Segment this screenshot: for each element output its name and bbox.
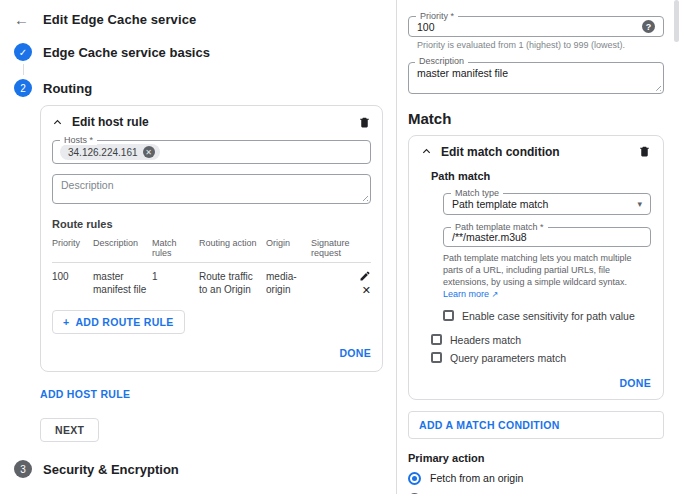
route-rule-row: 100 master manifest file 1 Route traffic… [52, 263, 371, 300]
host-rule-header: Edit host rule [52, 115, 371, 129]
hosts-field[interactable]: Hosts * 34.126.224.161 ✕ [52, 140, 371, 164]
path-template-helper-text: Path template matching lets you match mu… [443, 252, 651, 301]
remove-route-rule-close-icon[interactable]: ✕ [362, 285, 371, 296]
external-link-icon: ↗ [492, 290, 499, 299]
step-routing-number: 2 [14, 79, 32, 97]
path-template-label: Path template match * [451, 222, 548, 232]
step-done-check-icon: ✓ [14, 43, 32, 61]
route-rules-label: Route rules [52, 218, 371, 230]
path-template-field[interactable]: Path template match * [443, 227, 651, 247]
delete-match-condition-trash-icon[interactable] [638, 145, 651, 158]
primary-action-label: Primary action [408, 452, 664, 464]
hosts-field-label: Hosts * [60, 135, 97, 145]
cell-match-rules: 1 [152, 270, 194, 283]
edit-service-panel: ← Edit Edge Cache service ✓ Edge Cache s… [0, 0, 397, 494]
column-header-signature-request: Signature request [311, 238, 350, 258]
page-title: Edit Edge Cache service [43, 12, 196, 27]
match-condition-done-row: DONE [421, 377, 651, 389]
query-params-checkbox[interactable] [431, 352, 442, 363]
priority-helper-text: Priority is evaluated from 1 (highest) t… [417, 40, 664, 52]
fetch-origin-radio[interactable] [408, 472, 421, 485]
step-routing[interactable]: 2 Routing [14, 79, 382, 97]
step-routing-label: Routing [43, 81, 92, 96]
column-header-description: Description [93, 238, 147, 248]
description-wrap: Description master manifest file [408, 62, 664, 96]
add-host-rule-button[interactable]: ADD HOST RULE [40, 388, 382, 400]
match-condition-done-button[interactable]: DONE [619, 377, 651, 389]
cell-priority: 100 [52, 270, 88, 283]
column-header-origin: Origin [266, 238, 306, 248]
add-route-rule-label: ADD ROUTE RULE [75, 316, 173, 328]
match-type-select[interactable]: Match type Path template match ▾ [443, 193, 651, 215]
back-arrow-icon[interactable]: ← [14, 12, 29, 27]
cell-routing-action: Route traffic to an Origin [199, 270, 261, 296]
description-field-label: Description [415, 56, 468, 66]
path-template-helper: Path template matching lets you match mu… [443, 253, 632, 287]
page-header: ← Edit Edge Cache service [14, 10, 382, 39]
match-condition-header: Edit match condition [421, 145, 651, 159]
step-connector [23, 64, 24, 75]
edit-route-rule-pencil-icon[interactable] [359, 270, 371, 282]
priority-input[interactable] [417, 21, 642, 33]
priority-field-label: Priority * [416, 11, 458, 21]
match-heading: Match [408, 110, 664, 127]
headers-match-checkbox[interactable] [431, 334, 442, 345]
query-params-label: Query parameters match [450, 352, 566, 364]
column-header-priority: Priority [52, 238, 88, 248]
case-sensitivity-row: Enable case sensitivity for path value [443, 310, 651, 322]
match-condition-title: Edit match condition [441, 145, 629, 159]
fetch-origin-option: Fetch from an origin [408, 472, 664, 485]
row-actions: ✕ [349, 270, 371, 296]
next-button[interactable]: NEXT [40, 418, 99, 442]
host-rule-card: Edit host rule Hosts * 34.126.224.161 ✕ … [40, 105, 383, 372]
query-params-row: Query parameters match [431, 352, 651, 364]
learn-more-link[interactable]: Learn more [443, 289, 489, 299]
headers-match-row: Headers match [431, 334, 651, 346]
column-header-routing-action: Routing action [199, 238, 261, 248]
host-description-input[interactable] [52, 174, 371, 204]
step-basics[interactable]: ✓ Edge Cache service basics [14, 43, 382, 61]
route-rules-table-header: Priority Description Match rules Routing… [52, 232, 371, 263]
help-icon[interactable]: ? [642, 20, 655, 33]
fetch-origin-label: Fetch from an origin [430, 472, 523, 484]
route-rule-edit-panel: Priority * ? Priority is evaluated from … [398, 0, 679, 494]
step-security-number: 3 [14, 460, 32, 478]
case-sensitivity-checkbox[interactable] [443, 310, 454, 321]
chip-remove-icon[interactable]: ✕ [143, 146, 155, 158]
host-rule-done-button[interactable]: DONE [339, 347, 371, 359]
host-chip: 34.126.224.161 ✕ [60, 144, 160, 160]
path-match-label: Path match [431, 170, 651, 182]
cell-description: master manifest file [93, 270, 147, 296]
chevron-up-icon[interactable] [52, 117, 63, 128]
plus-icon: + [63, 316, 69, 328]
match-type-value: Path template match [452, 198, 548, 210]
step-security-label: Security & Encryption [43, 462, 179, 477]
dropdown-caret-icon: ▾ [637, 199, 642, 209]
chevron-up-icon[interactable] [421, 146, 432, 157]
add-route-rule-button[interactable]: + ADD ROUTE RULE [52, 310, 185, 334]
step-basics-label: Edge Cache service basics [43, 45, 210, 60]
case-sensitivity-label: Enable case sensitivity for path value [462, 310, 635, 322]
delete-host-rule-trash-icon[interactable] [358, 116, 371, 129]
column-header-match-rules: Match rules [152, 238, 194, 258]
priority-field[interactable]: Priority * ? [408, 16, 664, 37]
headers-match-label: Headers match [450, 334, 521, 346]
host-rule-title: Edit host rule [72, 115, 349, 129]
scrollbar[interactable] [674, 0, 679, 42]
host-chip-value: 34.126.224.161 [68, 147, 138, 158]
host-rule-done-row: DONE [52, 347, 371, 359]
host-description-wrap [52, 174, 371, 206]
cell-origin: media-origin [266, 270, 306, 296]
match-condition-card: Edit match condition Path match Match ty… [408, 135, 664, 400]
add-match-condition-button[interactable]: ADD A MATCH CONDITION [408, 411, 664, 439]
match-type-label: Match type [451, 188, 503, 198]
step-security[interactable]: 3 Security & Encryption [14, 460, 382, 478]
description-input[interactable]: master manifest file [408, 62, 664, 94]
path-template-input[interactable] [452, 231, 642, 243]
